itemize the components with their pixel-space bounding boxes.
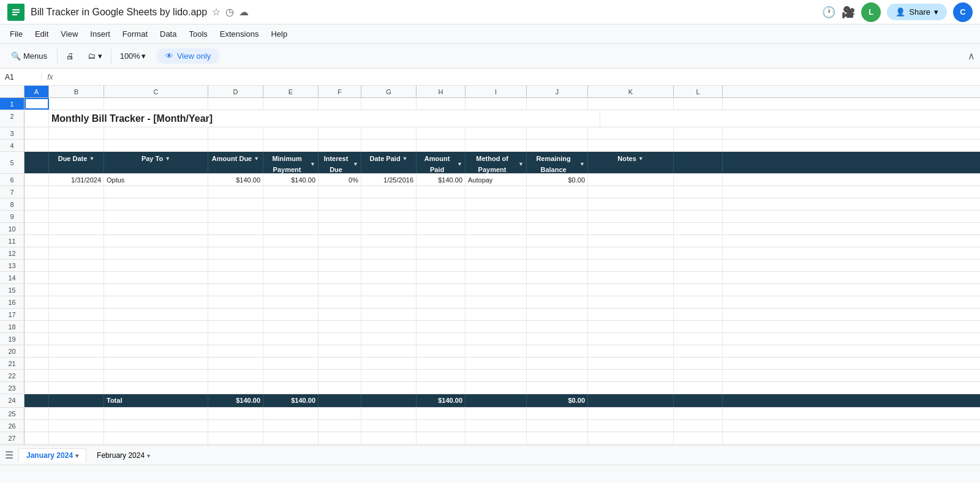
- cell-amount-paid[interactable]: $140.00: [417, 174, 466, 185]
- row-num-26[interactable]: 26: [0, 420, 24, 432]
- col-header-a[interactable]: A: [24, 86, 49, 97]
- cloud-icon[interactable]: ☁: [239, 6, 249, 18]
- col-header-j[interactable]: J: [527, 86, 588, 97]
- meet-btn[interactable]: 🎥: [842, 6, 855, 19]
- cell-e1[interactable]: [263, 98, 318, 110]
- header-due-date[interactable]: Due Date ▼: [49, 152, 104, 173]
- row-num-14[interactable]: 14: [0, 272, 24, 283]
- cell-b1[interactable]: [49, 98, 104, 110]
- row-num-12[interactable]: 12: [0, 247, 24, 259]
- filter-icon[interactable]: ▼: [353, 159, 358, 170]
- collapse-button[interactable]: ∧: [968, 50, 975, 62]
- cell-i1[interactable]: [466, 98, 527, 110]
- user-avatar[interactable]: C: [953, 2, 973, 22]
- cell-a1[interactable]: [24, 98, 49, 110]
- paint-format-button[interactable]: 🗂 ▾: [83, 49, 107, 63]
- filter-icon[interactable]: ▼: [402, 153, 408, 164]
- zoom-button[interactable]: 100% ▾: [115, 49, 151, 63]
- star-icon[interactable]: ☆: [212, 6, 221, 18]
- row-num-20[interactable]: 20: [0, 345, 24, 357]
- cell-reference[interactable]: A1: [5, 73, 36, 81]
- row-num-8[interactable]: 8: [0, 198, 24, 210]
- cell-min-payment[interactable]: $140.00: [263, 174, 318, 185]
- cell-due-date[interactable]: 1/31/2024: [49, 174, 104, 185]
- row-num-23[interactable]: 23: [0, 382, 24, 394]
- cell-date-paid[interactable]: 1/25/2016: [361, 174, 417, 185]
- header-notes[interactable]: Notes ▼: [588, 152, 674, 173]
- header-interest[interactable]: Interest Due ▼: [318, 152, 361, 173]
- history-btn[interactable]: 🕐: [822, 6, 835, 19]
- filter-icon[interactable]: ▼: [89, 153, 94, 164]
- cell-remaining-bal[interactable]: $0.00: [527, 174, 588, 185]
- row-num-6[interactable]: 6: [0, 174, 24, 185]
- menu-insert[interactable]: Insert: [85, 28, 115, 40]
- col-header-b[interactable]: B: [49, 86, 104, 97]
- row-num-1[interactable]: 1: [0, 98, 24, 110]
- row-num-27[interactable]: 27: [0, 432, 24, 444]
- row-num-25[interactable]: 25: [0, 408, 24, 419]
- sheet-tab-february[interactable]: February 2024 ▾: [89, 448, 158, 462]
- cell-h1[interactable]: [417, 98, 466, 110]
- menu-view[interactable]: View: [56, 28, 83, 40]
- cell-f1[interactable]: [318, 98, 361, 110]
- menu-format[interactable]: Format: [118, 28, 153, 40]
- row-num-22[interactable]: 22: [0, 370, 24, 381]
- menu-extensions[interactable]: Extensions: [215, 28, 264, 40]
- row-num-16[interactable]: 16: [0, 296, 24, 308]
- row-num-2[interactable]: 2: [0, 110, 24, 127]
- row-num-24[interactable]: 24: [0, 394, 24, 407]
- cell-a2[interactable]: [24, 110, 49, 127]
- cell-b2[interactable]: Monthly Bill Tracker - [Month/Year]: [49, 110, 600, 127]
- sheets-menu-icon[interactable]: ☰: [5, 449, 13, 461]
- menu-data[interactable]: Data: [155, 28, 181, 40]
- tab-dropdown-icon[interactable]: ▾: [147, 452, 150, 459]
- row-num-11[interactable]: 11: [0, 235, 24, 247]
- cell-amount-due[interactable]: $140.00: [208, 174, 263, 185]
- tab-dropdown-icon[interactable]: ▾: [75, 452, 78, 459]
- row-num-15[interactable]: 15: [0, 284, 24, 296]
- col-header-l[interactable]: L: [674, 86, 723, 97]
- sheet-tab-january[interactable]: January 2024 ▾: [18, 448, 86, 462]
- cell-interest[interactable]: 0%: [318, 174, 361, 185]
- row-num-18[interactable]: 18: [0, 321, 24, 332]
- row-num-9[interactable]: 9: [0, 211, 24, 222]
- filter-icon[interactable]: ▼: [165, 153, 170, 164]
- cell-j1[interactable]: [527, 98, 588, 110]
- row-num-4[interactable]: 4: [0, 140, 24, 151]
- row-num-21[interactable]: 21: [0, 358, 24, 369]
- col-header-c[interactable]: C: [104, 86, 208, 97]
- header-pay-to[interactable]: Pay To ▼: [104, 152, 208, 173]
- cell-k1[interactable]: [588, 98, 674, 110]
- cell-notes[interactable]: [588, 174, 674, 185]
- print-button[interactable]: 🖨: [61, 49, 79, 63]
- header-amount-due[interactable]: Amount Due ▼: [208, 152, 263, 173]
- cell-l1[interactable]: [674, 98, 723, 110]
- header-remaining-bal[interactable]: Remaining Balance ▼: [527, 152, 588, 173]
- row-num-10[interactable]: 10: [0, 223, 24, 234]
- filter-icon[interactable]: ▼: [518, 159, 524, 170]
- col-header-e[interactable]: E: [263, 86, 318, 97]
- col-header-d[interactable]: D: [208, 86, 263, 97]
- history-icon[interactable]: ◷: [225, 6, 234, 18]
- menu-tools[interactable]: Tools: [184, 28, 212, 40]
- share-button[interactable]: 👤 Share ▾: [887, 4, 947, 20]
- menu-help[interactable]: Help: [266, 28, 292, 40]
- header-date-paid[interactable]: Date Paid ▼: [361, 152, 417, 173]
- row-num-17[interactable]: 17: [0, 309, 24, 320]
- cell-g1[interactable]: [361, 98, 417, 110]
- cell-pay-to[interactable]: Optus: [104, 174, 208, 185]
- row-num-13[interactable]: 13: [0, 260, 24, 271]
- filter-icon[interactable]: ▼: [254, 153, 259, 164]
- filter-icon[interactable]: ▼: [310, 159, 315, 170]
- view-only-button[interactable]: 👁 View only: [157, 48, 219, 64]
- menu-file[interactable]: File: [5, 28, 28, 40]
- cell-c1[interactable]: [104, 98, 208, 110]
- menu-edit[interactable]: Edit: [30, 28, 53, 40]
- cell-a3[interactable]: [24, 127, 49, 139]
- filter-icon[interactable]: ▼: [579, 159, 585, 170]
- row-num-19[interactable]: 19: [0, 333, 24, 345]
- cell-d1[interactable]: [208, 98, 263, 110]
- header-amount-paid[interactable]: Amount Paid ▼: [417, 152, 466, 173]
- col-header-g[interactable]: G: [361, 86, 417, 97]
- filter-icon[interactable]: ▼: [457, 159, 462, 170]
